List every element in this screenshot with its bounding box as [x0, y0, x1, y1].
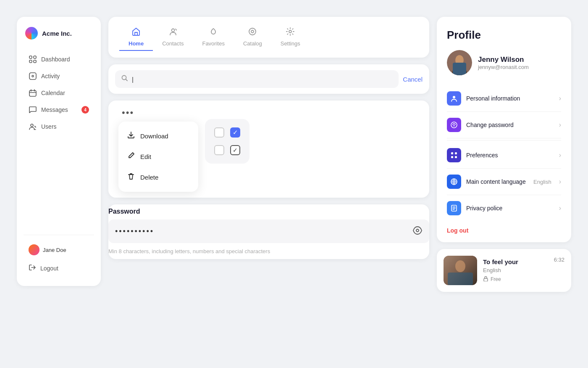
- sidebar-item-calendar[interactable]: Calendar: [24, 85, 94, 101]
- checkbox-checked-1[interactable]: ✓: [230, 127, 240, 138]
- cancel-button[interactable]: Cancel: [403, 76, 423, 83]
- svg-rect-24: [455, 156, 457, 158]
- tab-home[interactable]: Home: [119, 24, 153, 51]
- sidebar-logout-label: Logout: [40, 265, 58, 272]
- tab-favorites[interactable]: Favorites: [193, 24, 234, 51]
- download-label: Download: [140, 132, 168, 140]
- search-input-wrap: [115, 70, 399, 88]
- tab-settings-label: Settings: [281, 40, 300, 47]
- sidebar: Acme Inc. Dashboard: [17, 17, 101, 286]
- chevron-icon-change-password: ›: [559, 121, 561, 129]
- change-password-label: Change password: [466, 122, 554, 128]
- media-duration: 6:32: [554, 256, 564, 263]
- svg-point-29: [455, 260, 465, 272]
- logout-button[interactable]: Log out: [447, 221, 561, 234]
- chevron-icon-personal-info: ›: [559, 95, 561, 102]
- language-icon: [447, 175, 461, 189]
- sidebar-item-dashboard[interactable]: Dashboard: [24, 51, 94, 67]
- context-menu: Download Edit: [118, 122, 198, 192]
- language-value: English: [533, 179, 551, 185]
- svg-rect-17: [453, 63, 466, 75]
- profile-menu-privacy[interactable]: Privacy police ›: [447, 195, 561, 221]
- sidebar-item-activity[interactable]: Activity: [24, 68, 94, 84]
- checkbox-unchecked-1[interactable]: [214, 127, 224, 138]
- three-dots-button[interactable]: •••: [118, 106, 137, 119]
- context-menu-item-download[interactable]: Download: [118, 126, 198, 146]
- profile-user-email: jennyw@ronasit.com: [478, 64, 529, 70]
- tab-catalog-label: Catalog: [243, 40, 262, 47]
- checkbox-row-2: ✓: [214, 145, 240, 155]
- preferences-label: Preferences: [466, 152, 554, 159]
- context-menu-item-delete[interactable]: Delete: [118, 167, 198, 188]
- svg-point-11: [289, 30, 291, 33]
- home-icon: [131, 27, 141, 38]
- center-panel: Home Contacts: [108, 17, 429, 259]
- logout-icon: [29, 264, 36, 273]
- svg-rect-21: [451, 152, 453, 154]
- media-thumbnail: [444, 256, 477, 285]
- tab-contacts-label: Contacts: [162, 40, 184, 47]
- svg-rect-3: [34, 60, 36, 63]
- sidebar-item-messages[interactable]: Messages 4: [24, 102, 94, 118]
- checkbox-checked-outline-2[interactable]: ✓: [230, 145, 240, 155]
- svg-point-8: [171, 29, 174, 32]
- profile-menu-language[interactable]: Main content language English ›: [447, 169, 561, 195]
- sidebar-logo: Acme Inc.: [24, 27, 94, 40]
- media-info: To feel your English Free: [483, 258, 548, 283]
- sidebar-label-messages: Messages: [41, 106, 68, 113]
- profile-menu-change-password[interactable]: Change password ›: [447, 112, 561, 138]
- password-field: ••••••••••: [108, 220, 429, 243]
- svg-rect-31: [484, 278, 488, 281]
- svg-rect-22: [455, 152, 457, 154]
- sidebar-item-users[interactable]: Users: [24, 119, 94, 135]
- sidebar-nav: Dashboard Activity: [24, 51, 94, 229]
- svg-point-9: [249, 28, 256, 35]
- lock-icon: [483, 276, 488, 283]
- media-thumb-image: [444, 256, 477, 285]
- edit-icon: [127, 151, 135, 162]
- password-card: Password •••••••••• Min 8 characters, in…: [108, 204, 429, 259]
- favorites-icon: [209, 27, 218, 38]
- media-free-label: Free: [491, 276, 501, 282]
- password-hint: Min 8 characters, including letters, num…: [108, 247, 429, 256]
- svg-rect-30: [448, 273, 473, 285]
- svg-point-5: [32, 75, 34, 77]
- checkbox-row-1: ✓: [214, 127, 240, 138]
- tab-catalog[interactable]: Catalog: [234, 24, 271, 51]
- media-free-row: Free: [483, 276, 548, 283]
- checkbox-unchecked-2[interactable]: [214, 145, 224, 155]
- context-menu-card: ••• Download: [108, 101, 429, 198]
- chevron-icon-language: ›: [559, 178, 561, 185]
- media-language: English: [483, 267, 548, 273]
- change-password-icon: [447, 118, 461, 132]
- svg-rect-2: [29, 60, 32, 63]
- search-icon: [121, 74, 129, 84]
- catalog-icon: [248, 27, 257, 38]
- tab-contacts[interactable]: Contacts: [153, 24, 193, 51]
- messages-icon: [29, 106, 37, 114]
- sidebar-user-name: Jane Doe: [43, 247, 66, 253]
- profile-menu-personal-info[interactable]: Personal information ›: [447, 85, 561, 112]
- sidebar-label-calendar: Calendar: [41, 90, 65, 96]
- sidebar-user[interactable]: Jane Doe: [24, 241, 94, 259]
- sidebar-label-activity: Activity: [41, 73, 60, 79]
- nav-tabs: Home Contacts: [113, 19, 425, 55]
- search-input[interactable]: [132, 76, 393, 83]
- profile-menu-preferences[interactable]: Preferences ›: [447, 142, 561, 169]
- svg-point-10: [251, 30, 254, 33]
- svg-rect-23: [451, 156, 453, 158]
- context-menu-wrap: ••• Download: [118, 106, 198, 192]
- chevron-icon-preferences: ›: [559, 151, 561, 159]
- tab-settings[interactable]: Settings: [271, 24, 310, 51]
- svg-rect-6: [29, 90, 36, 96]
- messages-badge: 4: [81, 106, 89, 114]
- sidebar-logout-button[interactable]: Logout: [24, 260, 94, 276]
- logo-icon: [25, 27, 38, 40]
- svg-point-18: [453, 96, 455, 98]
- tab-favorites-label: Favorites: [202, 40, 224, 47]
- nav-tabs-card: Home Contacts: [108, 17, 429, 58]
- checkboxes-panel: ✓ ✓: [205, 119, 249, 164]
- context-menu-item-edit[interactable]: Edit: [118, 146, 198, 167]
- eye-icon[interactable]: [412, 225, 423, 237]
- delete-icon: [127, 172, 135, 183]
